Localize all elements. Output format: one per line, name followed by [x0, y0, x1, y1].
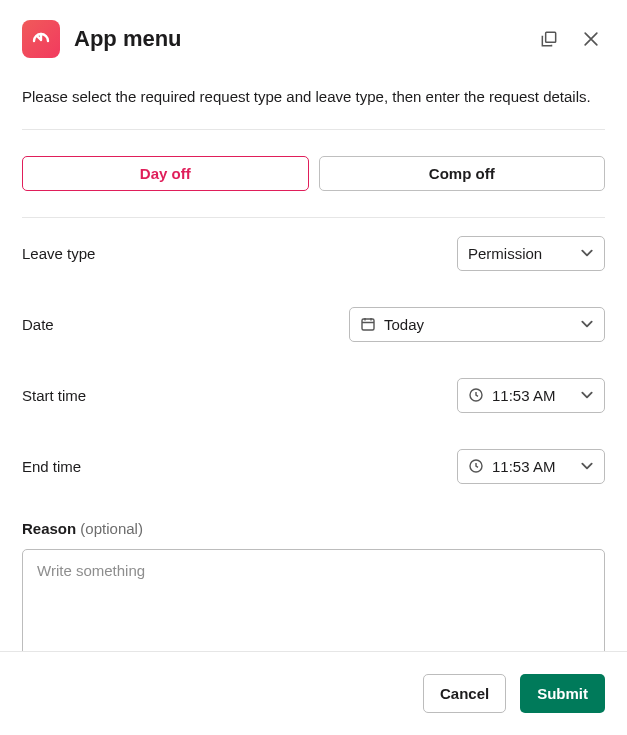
leave-type-value: Permission — [468, 245, 572, 262]
modal-header: App menu — [0, 0, 627, 68]
end-time-label: End time — [22, 458, 81, 475]
start-time-label: Start time — [22, 387, 86, 404]
end-time-select[interactable]: 11:53 AM — [457, 449, 605, 484]
popout-icon[interactable] — [535, 25, 563, 53]
svg-rect-1 — [362, 319, 374, 330]
svg-rect-0 — [546, 32, 556, 42]
calendar-icon — [360, 316, 376, 332]
chevron-down-icon — [580, 459, 594, 473]
tab-day-off[interactable]: Day off — [22, 156, 309, 191]
date-label: Date — [22, 316, 54, 333]
reason-input[interactable] — [22, 549, 605, 652]
submit-button[interactable]: Submit — [520, 674, 605, 713]
date-value: Today — [384, 316, 572, 333]
cancel-button[interactable]: Cancel — [423, 674, 506, 713]
modal-title: App menu — [74, 26, 521, 52]
intro-text: Please select the required request type … — [22, 76, 605, 129]
chevron-down-icon — [580, 388, 594, 402]
app-icon — [22, 20, 60, 58]
start-time-select[interactable]: 11:53 AM — [457, 378, 605, 413]
end-time-value: 11:53 AM — [492, 458, 572, 475]
chevron-down-icon — [580, 246, 594, 260]
start-time-value: 11:53 AM — [492, 387, 572, 404]
modal-footer: Cancel Submit — [0, 651, 627, 735]
reason-label: Reason (optional) — [22, 520, 605, 537]
reason-label-text: Reason — [22, 520, 76, 537]
leave-type-label: Leave type — [22, 245, 95, 262]
chevron-down-icon — [580, 317, 594, 331]
date-select[interactable]: Today — [349, 307, 605, 342]
request-type-tabs: Day off Comp off — [22, 130, 605, 218]
tab-comp-off[interactable]: Comp off — [319, 156, 606, 191]
reason-optional-text: (optional) — [80, 520, 143, 537]
clock-icon — [468, 387, 484, 403]
close-icon[interactable] — [577, 25, 605, 53]
leave-type-select[interactable]: Permission — [457, 236, 605, 271]
clock-icon — [468, 458, 484, 474]
